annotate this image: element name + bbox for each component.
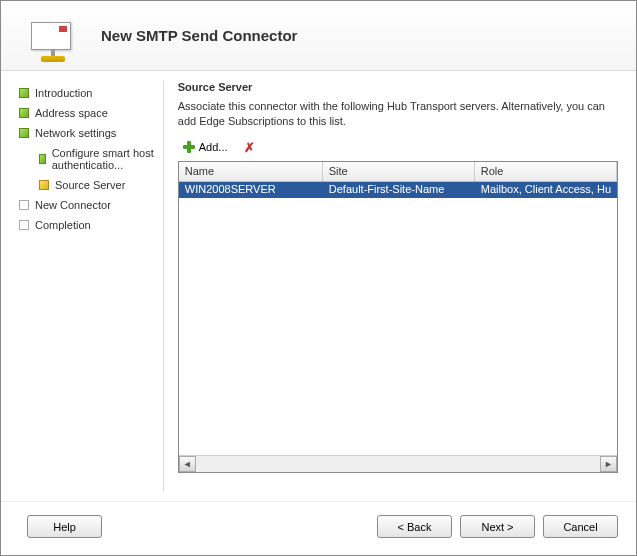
nav-completion: Completion — [19, 215, 155, 235]
wizard-nav: Introduction Address space Network setti… — [1, 71, 163, 501]
section-description: Associate this connector with the follow… — [178, 99, 618, 130]
status-pending-icon — [19, 220, 29, 230]
nav-new-connector: New Connector — [19, 195, 155, 215]
wizard-footer: Help < Back Next > Cancel — [1, 501, 636, 551]
add-button[interactable]: Add... — [178, 138, 232, 156]
status-complete-icon — [19, 128, 29, 138]
horizontal-scrollbar[interactable]: ◄ ► — [179, 455, 617, 472]
back-button[interactable]: < Back — [377, 515, 452, 538]
status-complete-icon — [19, 88, 29, 98]
next-button[interactable]: Next > — [460, 515, 535, 538]
cell-site: Default-First-Site-Name — [323, 182, 475, 198]
nav-address-space[interactable]: Address space — [19, 103, 155, 123]
server-table: Name Site Role WIN2008SERVER Default-Fir… — [178, 161, 618, 473]
nav-label: Source Server — [55, 179, 125, 191]
column-header-site[interactable]: Site — [323, 162, 475, 181]
wizard-header: New SMTP Send Connector — [1, 1, 636, 71]
header-icon — [31, 22, 81, 50]
help-button[interactable]: Help — [27, 515, 102, 538]
scroll-track[interactable] — [196, 456, 600, 472]
cell-name: WIN2008SERVER — [179, 182, 323, 198]
cancel-button[interactable]: Cancel — [543, 515, 618, 538]
table-toolbar: Add... ✗ — [178, 136, 618, 159]
section-title: Source Server — [178, 81, 618, 93]
nav-label: Completion — [35, 219, 91, 231]
nav-label: Configure smart host authenticatio... — [52, 147, 155, 171]
column-header-name[interactable]: Name — [179, 162, 323, 181]
envelope-icon — [31, 22, 71, 50]
nav-smart-host-auth[interactable]: Configure smart host authenticatio... — [19, 143, 155, 175]
nav-label: Network settings — [35, 127, 116, 139]
wizard-title: New SMTP Send Connector — [101, 27, 297, 44]
nav-network-settings[interactable]: Network settings — [19, 123, 155, 143]
scroll-right-button[interactable]: ► — [600, 456, 617, 472]
status-current-icon — [39, 180, 49, 190]
status-complete-icon — [39, 154, 46, 164]
column-header-role[interactable]: Role — [475, 162, 617, 181]
connector-icon — [41, 56, 65, 62]
nav-label: New Connector — [35, 199, 111, 211]
nav-label: Introduction — [35, 87, 92, 99]
nav-source-server[interactable]: Source Server — [19, 175, 155, 195]
delete-button[interactable]: ✗ — [240, 138, 259, 157]
plus-icon — [182, 140, 196, 154]
nav-introduction[interactable]: Introduction — [19, 83, 155, 103]
scroll-left-button[interactable]: ◄ — [179, 456, 196, 472]
status-pending-icon — [19, 200, 29, 210]
cell-role: Mailbox, Client Access, Hu — [475, 182, 617, 198]
table-header-row: Name Site Role — [179, 162, 617, 182]
main-panel: Source Server Associate this connector w… — [164, 71, 636, 501]
table-row[interactable]: WIN2008SERVER Default-First-Site-Name Ma… — [179, 182, 617, 198]
add-label: Add... — [199, 141, 228, 153]
status-complete-icon — [19, 108, 29, 118]
nav-label: Address space — [35, 107, 108, 119]
